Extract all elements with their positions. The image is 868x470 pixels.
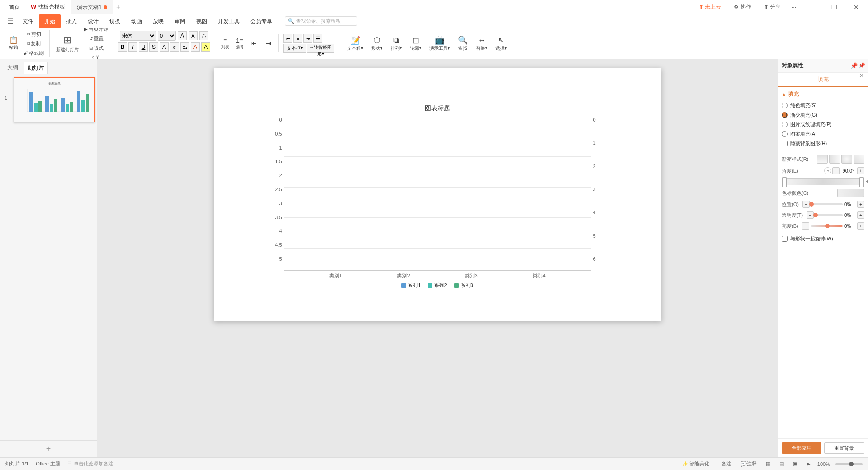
find-button[interactable]: 🔍 查找: [455, 31, 471, 56]
brightness-thumb[interactable]: [825, 224, 830, 228]
tab-slide[interactable]: 幻灯片: [24, 62, 48, 74]
italic-button[interactable]: I: [128, 42, 137, 52]
align-right-button[interactable]: ⇥: [303, 34, 312, 43]
comment-button[interactable]: 💬注释: [739, 461, 759, 467]
pin-icon[interactable]: 📌: [857, 61, 866, 70]
section-button[interactable]: § 节: [82, 53, 110, 59]
ribbon-tab-review[interactable]: 审阅: [169, 14, 191, 28]
start-play-button[interactable]: ▶ 当页开始: [82, 28, 110, 33]
decrease-font-button[interactable]: A: [189, 31, 198, 40]
win-close-button[interactable]: ✕: [848, 0, 864, 14]
transparency-slider[interactable]: [816, 214, 843, 216]
ribbon-search[interactable]: 🔍 查找命令、搜索模板: [285, 16, 357, 26]
position-slider[interactable]: [811, 203, 843, 205]
gradient-handle-right[interactable]: [859, 177, 864, 187]
fill-option-picture[interactable]: 图片或纹理填充(P): [782, 120, 864, 129]
numbering-button[interactable]: 1≡ 编号: [233, 34, 246, 52]
format-painter-button[interactable]: 🖌 格式刷: [22, 49, 46, 57]
fill-option-solid[interactable]: 纯色填充(S): [782, 101, 864, 110]
tab-home[interactable]: 首页: [4, 0, 25, 14]
ribbon-tab-present[interactable]: 放映: [147, 14, 169, 28]
justify-button[interactable]: ☰: [313, 34, 322, 43]
gradient-style-btn-3[interactable]: [841, 155, 852, 164]
font-name-select[interactable]: 宋体: [120, 31, 156, 41]
position-minus-button[interactable]: −: [802, 201, 810, 208]
font-size-select[interactable]: 0: [158, 31, 176, 41]
arrange-button[interactable]: ⧉ 排列▾: [388, 31, 405, 56]
tab-document[interactable]: 演示文稿1: [71, 0, 113, 14]
tab-outline[interactable]: 大纲: [4, 62, 22, 74]
replace-button[interactable]: ↔ 替换▾: [473, 31, 490, 56]
smart-beautify-button[interactable]: ✨ 智能美化: [680, 461, 711, 467]
strikethrough-button[interactable]: S: [149, 42, 158, 52]
ribbon-tab-home[interactable]: 开始: [39, 14, 61, 28]
gradient-handle-left[interactable]: [782, 177, 787, 187]
gradient-style-btn-4[interactable]: [854, 155, 864, 164]
view-normal-button[interactable]: ▦: [764, 461, 772, 467]
gradient-icon-1[interactable]: +: [866, 179, 868, 186]
copy-button[interactable]: ⧉ 复制: [22, 39, 46, 48]
brightness-slider[interactable]: [811, 225, 843, 227]
view-reader-button[interactable]: ▣: [791, 461, 799, 467]
ribbon-tab-animation[interactable]: 动画: [126, 14, 147, 28]
reset-bg-button[interactable]: 重置背景: [824, 442, 865, 454]
brightness-minus-button[interactable]: −: [802, 222, 809, 230]
angle-plus-button[interactable]: +: [857, 167, 864, 174]
rp-close-icon[interactable]: ✕: [857, 71, 866, 80]
more-options-icon[interactable]: ···: [790, 4, 798, 10]
slide-item-1[interactable]: 1 图表标题: [4, 77, 93, 122]
ribbon-tab-switch[interactable]: 切换: [104, 14, 126, 28]
apply-all-button[interactable]: 全部应用: [782, 442, 821, 454]
with-shape-option[interactable]: 与形状一起旋转(W): [782, 234, 864, 244]
present-button[interactable]: ▶: [805, 461, 812, 467]
position-plus-button[interactable]: +: [857, 201, 864, 208]
highlight-button[interactable]: A: [201, 42, 210, 52]
ribbon-tab-design[interactable]: 设计: [82, 14, 104, 28]
color-swatch[interactable]: [837, 189, 864, 197]
view-slide-button[interactable]: ▤: [778, 461, 786, 467]
add-tab-button[interactable]: +: [113, 3, 124, 11]
ribbon-tab-insert[interactable]: 插入: [61, 14, 82, 28]
ribbon-tab-dev[interactable]: 开发工具: [212, 14, 245, 28]
transparency-plus-button[interactable]: +: [857, 212, 864, 219]
subscript-button[interactable]: x₂: [180, 42, 189, 52]
select-button[interactable]: ↖ 选择▾: [493, 31, 509, 56]
gradient-style-btn-2[interactable]: [829, 155, 840, 164]
outline-button[interactable]: ◻ 轮廓▾: [407, 31, 424, 56]
layout-button[interactable]: ⊟ 版式: [82, 44, 110, 52]
text-program-button[interactable]: 📝 文本程▾: [344, 31, 366, 56]
paste-button[interactable]: 📋 粘贴: [6, 31, 21, 56]
reset-button[interactable]: ↺ 重置: [82, 34, 110, 43]
brightness-plus-button[interactable]: +: [857, 222, 864, 230]
transparency-minus-button[interactable]: −: [807, 212, 814, 219]
menu-icon[interactable]: ☰: [4, 17, 17, 25]
bullets-button[interactable]: ≡ 列表: [219, 34, 231, 52]
fill-option-hide-bg[interactable]: 隐藏背景图形(H): [782, 139, 864, 148]
align-center-button[interactable]: ≡: [293, 34, 302, 43]
underline-button[interactable]: U: [139, 42, 148, 52]
text-box-button[interactable]: 文本框▾: [283, 44, 306, 53]
clear-format-button[interactable]: ◌: [199, 31, 208, 40]
win-restore-button[interactable]: ❐: [826, 0, 843, 14]
save-cloud-button[interactable]: ⬆ 未上云: [695, 2, 725, 12]
indent-increase-button[interactable]: ⇥: [262, 34, 275, 52]
ribbon-tab-view[interactable]: 视图: [191, 14, 212, 28]
fill-option-gradient[interactable]: 渐变填充(G): [782, 110, 864, 120]
shadow-button[interactable]: A: [160, 42, 169, 52]
ribbon-tab-file[interactable]: 文件: [17, 14, 39, 28]
gradient-style-btn-1[interactable]: [817, 155, 828, 164]
text-color-button[interactable]: A: [191, 42, 200, 52]
zoom-slider[interactable]: [835, 463, 863, 465]
share-button[interactable]: ⬆ 分享: [760, 2, 784, 12]
smart-shape-button[interactable]: →转智能图形▾: [307, 44, 334, 53]
position-thumb[interactable]: [809, 202, 814, 207]
indent-decrease-button[interactable]: ⇤: [248, 34, 260, 52]
bold-button[interactable]: B: [118, 42, 127, 52]
superscript-button[interactable]: x²: [170, 42, 179, 52]
notes-button[interactable]: ≡备注: [717, 461, 733, 467]
ribbon-tab-member[interactable]: 会员专享: [245, 14, 278, 28]
add-slide-button[interactable]: +: [0, 440, 97, 457]
notes-area[interactable]: ☰ 单击此处添加备注: [67, 461, 113, 467]
fill-option-pattern[interactable]: 图案填充(A): [782, 129, 864, 139]
shape-button[interactable]: ⬡ 形状▾: [368, 31, 385, 56]
